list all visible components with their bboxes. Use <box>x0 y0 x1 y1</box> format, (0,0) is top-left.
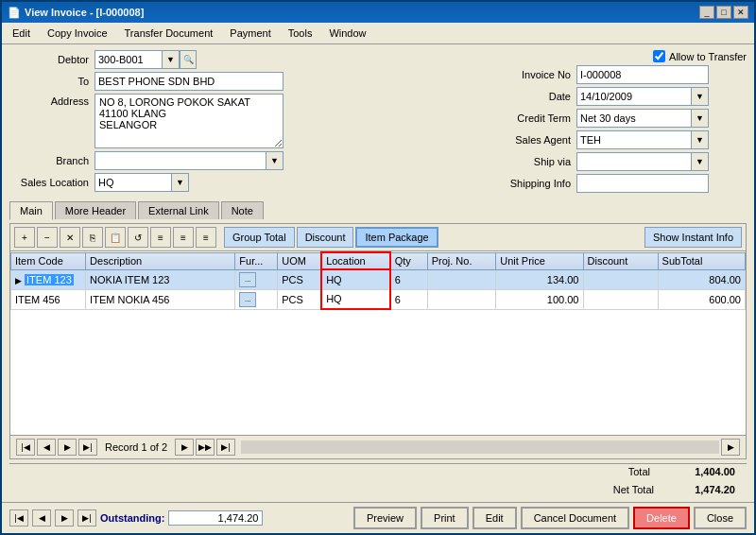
col-unit-price: Unit Price <box>496 252 583 269</box>
list-btn2[interactable]: ≡ <box>173 227 194 248</box>
delete-row-btn[interactable]: ✕ <box>60 227 80 248</box>
invoice-no-input[interactable] <box>576 65 709 84</box>
menu-tools[interactable]: Tools <box>282 25 319 42</box>
remove-btn[interactable]: − <box>37 227 58 248</box>
cell-location: HQ <box>321 269 390 289</box>
menu-edit[interactable]: Edit <box>6 25 37 42</box>
address-label: Address <box>9 94 94 107</box>
sales-agent-label: Sales Agent <box>482 134 576 146</box>
right-form: Allow to Transfer Invoice No Date ▼ <box>482 50 747 196</box>
credit-term-dropdown-btn[interactable]: ▼ <box>692 109 709 128</box>
nav-forward-btn[interactable]: ▶ <box>175 439 194 456</box>
edit-btn[interactable]: Edit <box>472 507 517 529</box>
credit-term-input[interactable] <box>576 109 692 128</box>
discount-btn[interactable]: Discount <box>297 227 354 248</box>
content-area: Debtor ▼ 🔍 To Address NO 8, LORONG POKOK… <box>2 44 754 502</box>
title-bar: 📄 View Invoice - [I-000008] _ □ ✕ <box>2 2 754 23</box>
table-container: Item Code Description Fur... UOM Locatio… <box>10 251 746 435</box>
col-item-code: Item Code <box>11 252 86 269</box>
window-title: View Invoice - [I-000008] <box>25 7 144 18</box>
branch-label: Branch <box>9 155 94 166</box>
sales-location-input[interactable] <box>94 173 172 192</box>
bottom-nav-last[interactable]: ▶| <box>77 509 96 526</box>
print-btn[interactable]: Print <box>421 507 469 529</box>
menu-window[interactable]: Window <box>322 25 372 42</box>
col-proj-no: Proj. No. <box>427 252 496 269</box>
debtor-search-btn[interactable]: 🔍 <box>180 50 197 69</box>
cell-unit-price: 100.00 <box>496 289 583 309</box>
list-btn3[interactable]: ≡ <box>196 227 216 248</box>
debtor-code-input[interactable] <box>94 50 163 69</box>
nav-prev-btn[interactable]: ◀ <box>37 439 56 456</box>
to-input[interactable] <box>94 72 284 91</box>
minimize-button[interactable]: _ <box>699 6 714 19</box>
nav-next-btn[interactable]: ▶ <box>58 439 77 456</box>
menu-transfer-document[interactable]: Transfer Document <box>118 25 220 42</box>
list-btn1[interactable]: ≡ <box>150 227 171 248</box>
invoice-no-label: Invoice No <box>482 69 576 80</box>
bottom-nav-prev[interactable]: ◀ <box>32 509 51 526</box>
menu-copy-invoice[interactable]: Copy Invoice <box>41 25 114 42</box>
net-total-label: Net Total <box>613 484 654 495</box>
bottom-nav-next[interactable]: ▶ <box>55 509 74 526</box>
close-btn[interactable]: Close <box>694 507 747 529</box>
close-button[interactable]: ✕ <box>733 6 748 19</box>
cell-fur: ... <box>235 269 278 289</box>
maximize-button[interactable]: □ <box>716 6 731 19</box>
sales-agent-row: Sales Agent ▼ <box>482 130 747 149</box>
date-label: Date <box>482 91 576 102</box>
date-picker-btn[interactable]: ▼ <box>692 87 709 106</box>
sales-agent-input[interactable] <box>576 130 692 149</box>
allow-to-transfer-checkbox[interactable] <box>653 50 665 62</box>
date-input[interactable] <box>576 87 692 106</box>
tab-note[interactable]: Note <box>221 201 264 219</box>
shipping-info-input[interactable] <box>576 174 709 193</box>
cell-uom: PCS <box>278 289 321 309</box>
branch-dropdown-btn[interactable]: ▼ <box>266 151 284 170</box>
item-package-btn[interactable]: Item Package <box>355 227 438 248</box>
copy-btn[interactable]: ⎘ <box>82 227 103 248</box>
shipping-info-row: Shipping Info <box>482 174 747 193</box>
paste-btn[interactable]: 📋 <box>105 227 126 248</box>
tab-main[interactable]: Main <box>9 201 53 220</box>
branch-input[interactable] <box>94 151 266 170</box>
menu-payment[interactable]: Payment <box>223 25 277 42</box>
nav-fff-btn[interactable]: ▶| <box>216 439 235 456</box>
cell-subtotal: 804.00 <box>658 269 745 289</box>
sales-agent-dropdown-btn[interactable]: ▼ <box>692 130 709 149</box>
address-textarea[interactable]: NO 8, LORONG POKOK SAKAT 41100 KLANG SEL… <box>94 94 284 148</box>
tab-more-header[interactable]: More Header <box>55 201 136 219</box>
bottom-nav-first[interactable]: |◀ <box>9 509 28 526</box>
ship-via-dropdown-btn[interactable]: ▼ <box>692 152 709 171</box>
nav-ff-btn[interactable]: ▶▶ <box>196 439 215 456</box>
cell-discount <box>583 289 658 309</box>
delete-btn[interactable]: Delete <box>633 507 690 529</box>
tab-external-link[interactable]: External Link <box>138 201 219 219</box>
cell-arrow: ITEM 456 <box>11 289 86 309</box>
cell-fur: ... <box>235 289 278 309</box>
cell-description: NOKIA ITEM 123 <box>86 269 235 289</box>
sales-location-dropdown-btn[interactable]: ▼ <box>172 173 189 192</box>
undo-btn[interactable]: ↺ <box>128 227 148 248</box>
ship-via-label: Ship via <box>482 156 576 167</box>
cell-arrow: ▶ ITEM 123 <box>11 269 86 289</box>
nav-scroll-right-btn[interactable]: ▶ <box>721 439 740 456</box>
sales-location-label: Sales Location <box>9 177 94 188</box>
nav-scroll[interactable] <box>241 440 719 454</box>
menu-bar: Edit Copy Invoice Transfer Document Paym… <box>2 23 754 44</box>
preview-btn[interactable]: Preview <box>353 507 417 529</box>
app-icon: 📄 <box>8 7 21 19</box>
show-instant-info-btn[interactable]: Show Instant Info <box>644 227 742 248</box>
tabs-row: Main More Header External Link Note <box>9 201 747 219</box>
outstanding-value[interactable] <box>168 510 263 526</box>
col-description: Description <box>86 252 235 269</box>
add-btn[interactable]: + <box>14 227 35 248</box>
ship-via-input[interactable] <box>576 152 692 171</box>
debtor-dropdown-btn[interactable]: ▼ <box>163 50 180 69</box>
nav-last-btn[interactable]: ▶| <box>78 439 97 456</box>
cancel-document-btn[interactable]: Cancel Document <box>521 507 629 529</box>
group-total-btn[interactable]: Group Total <box>224 227 295 248</box>
nav-first-btn[interactable]: |◀ <box>16 439 35 456</box>
invoice-no-row: Invoice No <box>482 65 747 84</box>
to-label: To <box>9 76 94 87</box>
